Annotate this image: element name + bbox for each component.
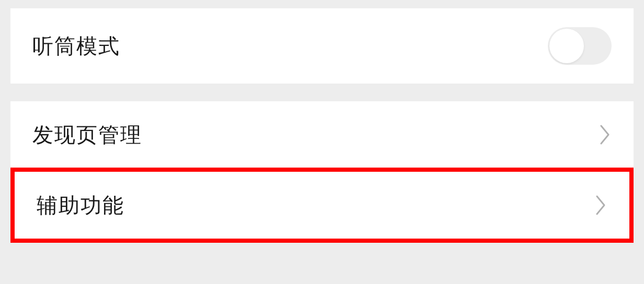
earpiece-mode-row[interactable]: 听筒模式 — [10, 8, 634, 84]
chevron-right-icon — [595, 194, 607, 216]
section-general: 发现页管理 辅助功能 — [10, 101, 634, 243]
accessibility-label: 辅助功能 — [37, 191, 124, 220]
section-audio: 听筒模式 — [10, 8, 634, 84]
earpiece-mode-toggle[interactable] — [548, 27, 612, 65]
earpiece-mode-label: 听筒模式 — [32, 32, 120, 61]
settings-container: 听筒模式 发现页管理 辅助功能 — [0, 0, 644, 269]
accessibility-highlight: 辅助功能 — [10, 168, 634, 243]
discover-page-row[interactable]: 发现页管理 — [10, 101, 634, 168]
discover-page-label: 发现页管理 — [32, 121, 142, 149]
chevron-right-icon — [599, 124, 612, 146]
toggle-thumb — [549, 29, 584, 63]
accessibility-row[interactable]: 辅助功能 — [15, 172, 629, 239]
